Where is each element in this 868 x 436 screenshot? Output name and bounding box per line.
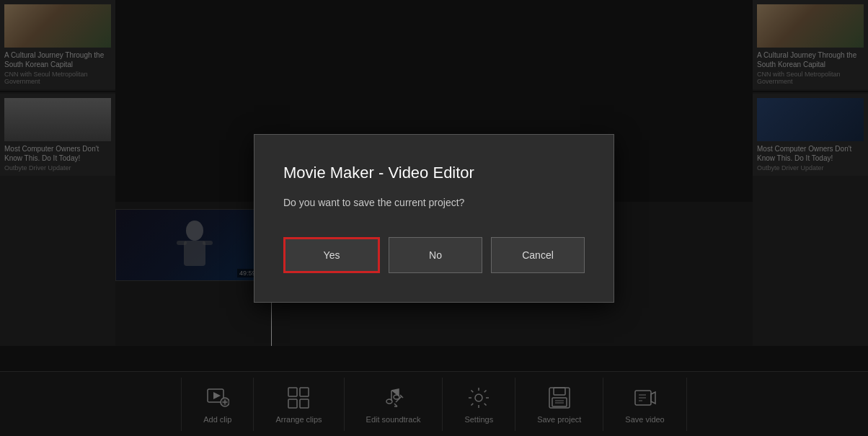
no-button[interactable]: No [389,237,482,273]
dialog-title: Movie Maker - Video Editor [283,164,585,182]
yes-button[interactable]: Yes [283,237,380,273]
dialog-overlay: Movie Maker - Video Editor Do you want t… [0,0,868,436]
dialog-message: Do you want to save the current project? [283,197,585,208]
dialog-buttons: Yes No Cancel [283,237,585,273]
dialog: Movie Maker - Video Editor Do you want t… [254,134,614,303]
cancel-button[interactable]: Cancel [491,237,585,273]
